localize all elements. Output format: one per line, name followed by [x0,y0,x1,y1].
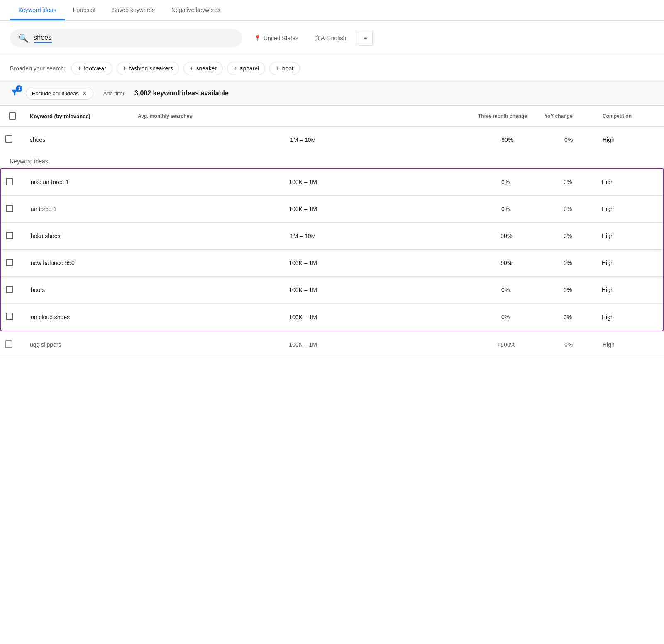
tab-saved-keywords[interactable]: Saved keywords [104,0,163,20]
keyword-name-0: nike air force 1 [26,174,134,190]
competition-1: High [597,201,663,217]
competition-0: High [597,174,663,190]
broaden-chip-apparel[interactable]: + apparel [227,62,265,75]
more-options-button[interactable]: ≡ [358,31,373,46]
avg-monthly-5: 100K – 1M [134,309,472,326]
row-checkbox-ugg[interactable] [5,340,12,348]
ugg-yoy: 0% [540,336,598,353]
main-row-checkbox-cell [0,130,25,149]
ugg-competition: High [598,336,664,353]
th-competition: Competition [598,111,664,122]
main-yoy: 0% [540,131,598,148]
avg-monthly-4: 100K – 1M [134,282,472,298]
row-checkbox-1[interactable] [6,205,13,212]
yoy-5: 0% [539,309,597,326]
three-month-2: -90% [472,228,539,244]
menu-icon: ≡ [364,35,367,41]
three-month-3: -90% [472,255,539,271]
filter-badge: 1 [16,85,22,92]
broaden-chip-sneaker-label: sneaker [196,65,217,72]
broaden-chip-apparel-label: apparel [240,65,259,72]
ugg-avg-monthly: 100K – 1M [133,336,473,353]
main-three-month: -90% [473,131,540,148]
plus-icon: + [123,65,127,72]
app-container: Keyword ideas Forecast Saved keywords Ne… [0,0,664,644]
broaden-chip-sneaker[interactable]: + sneaker [183,62,223,75]
broaden-chip-boot[interactable]: + boot [269,62,300,75]
broaden-row: Broaden your search: + footwear + fashio… [0,56,664,81]
competition-3: High [597,255,663,271]
main-keyword-row: shoes 1M – 10M -90% 0% High [0,127,664,152]
location-label: United States [264,35,298,41]
keyword-count-text: 3,002 keyword ideas available [134,90,229,97]
close-icon[interactable]: ✕ [82,90,87,97]
yoy-2: 0% [539,228,597,244]
th-avg-monthly: Avg. monthly searches [133,111,473,122]
broaden-chip-fashion-sneakers[interactable]: + fashion sneakers [117,62,179,75]
location-button[interactable]: 📍 United States [249,32,303,45]
row-checkbox-3[interactable] [6,259,13,266]
table-row: new balance 550 100K – 1M -90% 0% High [1,250,663,277]
th-checkbox [0,111,25,122]
three-month-5: 0% [472,309,539,326]
main-row-checkbox[interactable] [5,135,12,143]
keyword-ideas-section-label: Keyword ideas [0,152,664,168]
yoy-3: 0% [539,255,597,271]
competition-5: High [597,309,663,326]
exclude-adult-chip[interactable]: Exclude adult ideas ✕ [26,87,93,100]
keyword-name-3: new balance 550 [26,255,134,271]
filter-icon-wrap[interactable]: 1 [10,88,19,99]
search-query[interactable]: shoes [34,34,52,43]
table-row: hoka shoes 1M – 10M -90% 0% High [1,223,663,250]
table-row: on cloud shoes 100K – 1M 0% 0% High [1,304,663,331]
avg-monthly-0: 100K – 1M [134,174,472,190]
main-competition: High [598,131,664,148]
search-row: 🔍 shoes 📍 United States 文A English ≡ [0,21,664,56]
row-checkbox-2[interactable] [6,232,13,239]
competition-4: High [597,282,663,298]
keyword-name-4: boots [26,282,134,298]
yoy-4: 0% [539,282,597,298]
table-row: boots 100K – 1M 0% 0% High [1,277,663,304]
avg-monthly-2: 1M – 10M [134,228,472,244]
highlighted-keyword-group: nike air force 1 100K – 1M 0% 0% High ai… [0,168,664,331]
tab-keyword-ideas[interactable]: Keyword ideas [10,0,65,20]
ugg-keyword-name: ugg slippers [25,336,133,353]
search-box[interactable]: 🔍 shoes [10,29,242,47]
broaden-chip-fashion-sneakers-label: fashion sneakers [129,65,173,72]
keyword-name-1: air force 1 [26,201,134,217]
main-keyword-name: shoes [25,131,133,148]
filter-row: 1 Exclude adult ideas ✕ Add filter 3,002… [0,81,664,105]
broaden-label: Broaden your search: [10,65,66,72]
select-all-checkbox[interactable] [9,112,16,120]
tab-negative-keywords[interactable]: Negative keywords [163,0,229,20]
row-checkbox-4[interactable] [6,286,13,293]
keyword-count: 3,002 keyword ideas available [134,90,229,97]
keyword-name-5: on cloud shoes [26,309,134,326]
yoy-0: 0% [539,174,597,190]
three-month-4: 0% [472,282,539,298]
row-checkbox-5[interactable] [6,313,13,320]
plus-icon: + [190,65,193,72]
th-keyword: Keyword (by relevance) [25,111,133,122]
avg-monthly-3: 100K – 1M [134,255,472,271]
table-header: Keyword (by relevance) Avg. monthly sear… [0,106,664,127]
add-filter-button[interactable]: Add filter [100,89,128,98]
row-checkbox-0[interactable] [6,178,13,185]
tab-forecast[interactable]: Forecast [65,0,104,20]
plus-icon: + [233,65,237,72]
main-avg-monthly: 1M – 10M [133,131,473,148]
table-row: ugg slippers 100K – 1M +900% 0% High [0,331,664,358]
yoy-1: 0% [539,201,597,217]
ugg-three-month: +900% [473,336,540,353]
table-row: air force 1 100K – 1M 0% 0% High [1,196,663,223]
keyword-name-2: hoka shoes [26,228,134,244]
location-pin-icon: 📍 [254,35,261,41]
broaden-chip-footwear-label: footwear [84,65,106,72]
avg-monthly-1: 100K – 1M [134,201,472,217]
language-button[interactable]: 文A English [310,31,351,45]
exclude-adult-label: Exclude adult ideas [32,90,79,97]
tabs-row: Keyword ideas Forecast Saved keywords Ne… [0,0,664,21]
broaden-chip-footwear[interactable]: + footwear [71,62,112,75]
three-month-1: 0% [472,201,539,217]
